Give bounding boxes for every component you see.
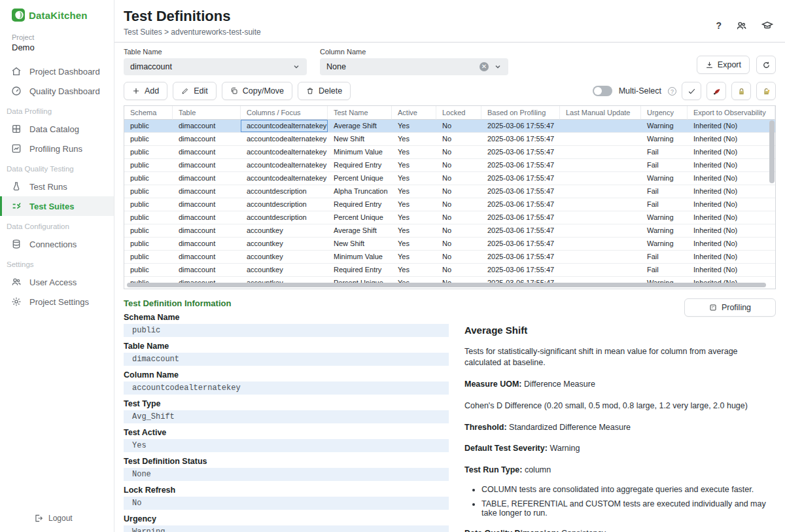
- sidebar-item-project-dashboard[interactable]: Project Dashboard: [0, 62, 114, 81]
- field-label: Table Name: [124, 342, 449, 351]
- sidebar-item-test-suites[interactable]: Test Suites: [0, 196, 114, 216]
- table-row[interactable]: publicdimaccountaccountcodealternatekeyP…: [124, 172, 775, 185]
- description-paragraph: Data Quality Dimension: Consistency: [464, 528, 776, 532]
- cell-table: dimaccount: [173, 172, 241, 185]
- cell-column: accountkey: [241, 251, 328, 263]
- quill-icon: [712, 87, 721, 96]
- column-header[interactable]: Active: [392, 106, 436, 120]
- cell-test_name: New Shift: [328, 133, 392, 145]
- unlock-button[interactable]: [756, 82, 776, 100]
- multi-select-toggle[interactable]: [593, 86, 612, 96]
- column-header[interactable]: Test Name: [328, 106, 392, 120]
- table-name-label: Table Name: [124, 48, 307, 56]
- column-name-select[interactable]: None ✕: [320, 58, 508, 75]
- refresh-button[interactable]: [756, 56, 776, 74]
- field-label: Column Name: [124, 370, 449, 380]
- project-name: Demo: [0, 41, 114, 52]
- table-row[interactable]: publicdimaccountaccountdescriptionPercen…: [124, 211, 775, 224]
- cell-urgency: Warning: [641, 224, 688, 237]
- field-value: Warning: [124, 525, 449, 532]
- sidebar-section-label: Data Configuration: [0, 216, 114, 234]
- flask-icon: [11, 181, 22, 192]
- graduation-cap-icon[interactable]: [761, 20, 773, 31]
- filter-bar: Table Name dimaccount Column Name None ✕: [114, 43, 785, 79]
- column-header[interactable]: Last Manual Update: [560, 106, 641, 120]
- download-icon: [705, 61, 714, 69]
- sidebar-nav: Project DashboardQuality DashboardData P…: [0, 62, 114, 311]
- table-row[interactable]: publicdimaccountaccountkeyNew ShiftYesNo…: [124, 238, 775, 251]
- sidebar-item-label: Test Suites: [29, 202, 74, 211]
- sidebar-item-connections[interactable]: Connections: [0, 234, 114, 254]
- cell-export: Inherited (No): [688, 224, 775, 237]
- cell-test_name: Required Entry: [328, 264, 392, 276]
- clear-icon[interactable]: ✕: [480, 62, 489, 71]
- help-icon[interactable]: ?: [716, 20, 722, 31]
- cell-last_update: [560, 238, 641, 250]
- cell-table: dimaccount: [173, 251, 241, 263]
- sidebar-item-project-settings[interactable]: Project Settings: [0, 292, 114, 311]
- delete-button[interactable]: Delete: [298, 82, 351, 100]
- cell-profiling: 2025-03-06 17:55:47: [481, 251, 560, 263]
- add-button[interactable]: Add: [124, 82, 167, 100]
- table-row[interactable]: publicdimaccountaccountdescriptionAlpha …: [124, 185, 775, 198]
- table-row[interactable]: publicdimaccountaccountcodealternatekeyA…: [124, 120, 775, 133]
- column-header[interactable]: Based on Profiling: [481, 106, 560, 120]
- vertical-scrollbar[interactable]: [769, 120, 775, 183]
- table-row[interactable]: publicdimaccountaccountcodealternatekeyN…: [124, 133, 775, 146]
- info-panel-title: Test Definition Information: [124, 298, 449, 308]
- cell-last_update: [560, 146, 641, 158]
- cell-last_update: [560, 159, 641, 171]
- profiling-button[interactable]: Profiling: [684, 298, 776, 317]
- sidebar-item-label: Project Dashboard: [29, 67, 100, 77]
- field-label: Test Definition Status: [124, 457, 449, 466]
- table-name-select[interactable]: dimaccount: [124, 58, 307, 75]
- sidebar-item-user-access[interactable]: User Access: [0, 272, 114, 292]
- cell-column: accountkey: [241, 264, 328, 276]
- logout-button[interactable]: Logout: [34, 514, 73, 523]
- pencil-icon: [181, 87, 190, 96]
- sidebar-item-data-catalog[interactable]: Data Catalog: [0, 119, 114, 139]
- table-header-row: SchemaTableColumns / FocusTest NameActiv…: [124, 106, 775, 120]
- horizontal-scrollbar[interactable]: [127, 283, 766, 287]
- cell-table: dimaccount: [173, 198, 241, 211]
- sidebar-item-test-runs[interactable]: Test Runs: [0, 177, 114, 196]
- sidebar-item-label: Profiling Runs: [29, 144, 82, 154]
- table-row[interactable]: publicdimaccountaccountcodealternatekeyM…: [124, 146, 775, 159]
- column-header[interactable]: Schema: [124, 106, 173, 120]
- trash-icon: [306, 87, 315, 96]
- table-toolbar: Add Edit Copy/Move Delete Multi-Select ?: [114, 79, 785, 105]
- cell-test_name: Required Entry: [328, 198, 392, 211]
- edit-button[interactable]: Edit: [173, 82, 217, 100]
- column-header[interactable]: Locked: [436, 106, 481, 120]
- export-button[interactable]: Export: [697, 56, 750, 74]
- table-row[interactable]: publicdimaccountaccountkeyRequired Entry…: [124, 264, 775, 277]
- cell-schema: public: [124, 211, 173, 224]
- cell-schema: public: [124, 172, 173, 185]
- column-header[interactable]: Table: [173, 106, 241, 120]
- breadcrumb: Test Suites > adventureworks-test-suite: [124, 27, 776, 42]
- sidebar: DataKitchen Project Demo Project Dashboa…: [0, 0, 114, 532]
- table-row[interactable]: publicdimaccountaccountkeyMinimum ValueY…: [124, 251, 775, 264]
- table-row[interactable]: publicdimaccountaccountcodealternatekeyR…: [124, 159, 775, 172]
- cell-schema: public: [124, 146, 173, 158]
- quill-edit-button[interactable]: [706, 82, 726, 100]
- cell-urgency: Fail: [641, 146, 688, 158]
- chevron-down-icon: [292, 63, 300, 71]
- table-row[interactable]: publicdimaccountaccountdescriptionRequir…: [124, 198, 775, 211]
- column-header[interactable]: Urgency: [641, 106, 688, 120]
- approve-check-button[interactable]: [682, 82, 701, 100]
- cell-schema: public: [124, 159, 173, 171]
- cell-schema: public: [124, 251, 173, 263]
- table-row[interactable]: publicdimaccountaccountkeyAverage ShiftY…: [124, 224, 775, 238]
- column-header[interactable]: Export to Observability: [688, 106, 775, 120]
- sidebar-item-profiling-runs[interactable]: Profiling Runs: [0, 139, 114, 158]
- sidebar-item-quality-dashboard[interactable]: Quality Dashboard: [0, 81, 114, 101]
- logout-label: Logout: [48, 514, 73, 523]
- column-header[interactable]: Columns / Focus: [241, 106, 328, 120]
- users-icon[interactable]: [736, 20, 747, 31]
- unlock-icon: [762, 87, 771, 96]
- cell-test_name: Alpha Truncation: [328, 185, 392, 198]
- lock-button[interactable]: [731, 82, 751, 100]
- copy-move-button[interactable]: Copy/Move: [222, 82, 292, 100]
- column-name-value: None: [326, 62, 480, 71]
